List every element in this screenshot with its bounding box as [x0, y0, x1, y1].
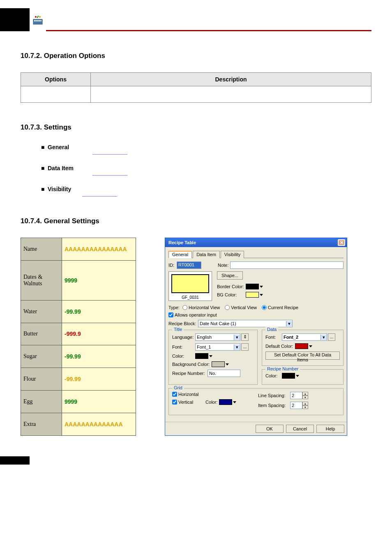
- title-bgcolor-picker[interactable]: [212, 361, 225, 367]
- cancel-button[interactable]: Cancel: [286, 425, 314, 433]
- bullet-visibility: ■Visibility: [41, 186, 371, 197]
- grid-group: Grid Horizontal Vertical Color:: [168, 388, 344, 415]
- data-font-browse[interactable]: ...: [328, 333, 335, 341]
- title-bgcolor-label: Background Color:: [172, 362, 212, 367]
- options-th-options: Options: [21, 73, 91, 86]
- close-icon[interactable]: ✕: [338, 239, 345, 246]
- border-color-picker[interactable]: [246, 284, 259, 289]
- recipe-block-combo[interactable]: Date Nut Cake (1)▾: [198, 320, 293, 327]
- table-row: Butter-999.9: [21, 323, 136, 345]
- table-row: Egg9999: [21, 391, 136, 413]
- table-row: NameAAAAAAAAAAAAAAA: [21, 238, 136, 261]
- header-black-block: [0, 8, 30, 31]
- table-row: Sugar-99.99: [21, 345, 136, 368]
- default-color-picker[interactable]: [295, 343, 308, 349]
- language-combo[interactable]: English▾: [195, 333, 240, 341]
- language-extra-button[interactable]: ⇕: [241, 333, 249, 341]
- options-th-description: Description: [91, 73, 371, 86]
- svg-rect-6: [37, 16, 39, 18]
- options-td-empty1: [21, 86, 91, 103]
- options-table: Options Description: [21, 72, 371, 103]
- title-font-combo[interactable]: Font_1▾: [195, 343, 240, 351]
- svg-rect-3: [38, 20, 40, 21]
- tab-general[interactable]: General: [168, 251, 192, 258]
- svg-rect-0: [33, 19, 42, 24]
- bullet-data-item: ■Data Item: [41, 165, 371, 176]
- recipe-number-group: Recipe Number Color:: [262, 369, 344, 385]
- svg-point-7: [39, 16, 41, 18]
- title-font-label: Font:: [172, 345, 195, 349]
- radio-current-recipe[interactable]: [262, 305, 267, 310]
- checkbox-grid-vertical[interactable]: [172, 400, 177, 405]
- shape-button[interactable]: Shape...: [217, 271, 243, 280]
- checkbox-allows-input[interactable]: [168, 312, 173, 317]
- tab-visibility[interactable]: Visibility: [221, 251, 244, 258]
- ok-button[interactable]: OK: [256, 425, 284, 433]
- item-spacing-spinner[interactable]: ▴▾: [290, 402, 308, 409]
- table-row: Flour-99.99: [21, 368, 136, 391]
- line-spacing-spinner[interactable]: ▴▾: [290, 392, 308, 399]
- id-label: ID:: [168, 263, 177, 268]
- tab-data-item[interactable]: Data Item: [193, 251, 220, 258]
- bullet-general: ■General: [41, 144, 371, 155]
- settings-bullet-list: ■General ■Data Item ■Visibility: [41, 144, 371, 197]
- line-spacing-label: Line Spacing:: [258, 393, 290, 398]
- heading-general-settings: 10.7.4. General Settings: [21, 217, 371, 225]
- radio-horizontal[interactable]: [182, 305, 187, 310]
- recipe-table-dialog: Recipe Table ✕ General Data Item Visibil…: [165, 238, 347, 436]
- title-font-browse[interactable]: ...: [241, 343, 249, 351]
- note-label: Note:: [218, 263, 228, 268]
- rn-color-picker[interactable]: [282, 373, 295, 379]
- grid-color-label: Color:: [205, 400, 217, 405]
- item-spacing-label: Item Spacing:: [258, 403, 290, 408]
- language-label: Language:: [172, 335, 195, 340]
- border-color-label: Border Color:: [217, 284, 246, 289]
- grid-color-picker[interactable]: [219, 399, 232, 405]
- header-rule: [46, 8, 371, 31]
- svg-rect-4: [40, 20, 42, 21]
- data-font-label: Font:: [265, 335, 282, 340]
- default-color-label: Default Color:: [265, 344, 295, 349]
- recipe-number-label: Recipe Number:: [172, 371, 208, 376]
- data-group: Data Font: Font_2▾ ... Default Color: Se…: [262, 330, 344, 366]
- heading-operation-options: 10.7.2. Operation Options: [21, 52, 371, 60]
- svg-rect-2: [36, 20, 38, 21]
- radio-vertical[interactable]: [225, 305, 230, 310]
- page-footer-block: [0, 456, 30, 465]
- checkbox-grid-horizontal[interactable]: [172, 392, 177, 397]
- svg-rect-1: [34, 20, 36, 21]
- app-icon: [30, 8, 46, 31]
- svg-point-5: [35, 16, 37, 18]
- help-button[interactable]: Help: [316, 425, 344, 433]
- title-color-picker[interactable]: [195, 353, 208, 359]
- table-row: ExtraAAAAAAAAAAAAAA: [21, 413, 136, 436]
- recipe-number-input[interactable]: [208, 370, 240, 377]
- data-font-combo[interactable]: Font_2▾: [282, 333, 327, 341]
- note-input[interactable]: [230, 261, 344, 269]
- table-row: Water-99.99: [21, 300, 136, 323]
- title-group: Title Language: English▾ ⇕ Font: Font_1▾…: [168, 330, 258, 385]
- options-td-empty2: [91, 86, 371, 103]
- table-row: Dates & Walnuts9999: [21, 260, 136, 300]
- recipe-block-label: Recipe Block:: [168, 321, 198, 326]
- title-color-label: Color:: [172, 354, 195, 358]
- bg-color-picker[interactable]: [246, 292, 259, 298]
- type-label: Type:: [168, 305, 182, 310]
- heading-settings: 10.7.3. Settings: [21, 123, 371, 132]
- dialog-title-text: Recipe Table: [167, 240, 338, 245]
- rn-color-label: Color:: [265, 373, 282, 378]
- shape-preview: GF_0031: [168, 271, 212, 301]
- sample-recipe-table: NameAAAAAAAAAAAAAAADates & Walnuts9999Wa…: [21, 238, 136, 436]
- bg-color-label: BG Color:: [217, 292, 246, 297]
- dialog-titlebar[interactable]: Recipe Table ✕: [165, 238, 347, 247]
- page-header: [0, 8, 392, 31]
- set-default-color-button[interactable]: Set Default Color To All Data Items: [265, 352, 340, 360]
- id-field[interactable]: RT0001: [177, 261, 201, 269]
